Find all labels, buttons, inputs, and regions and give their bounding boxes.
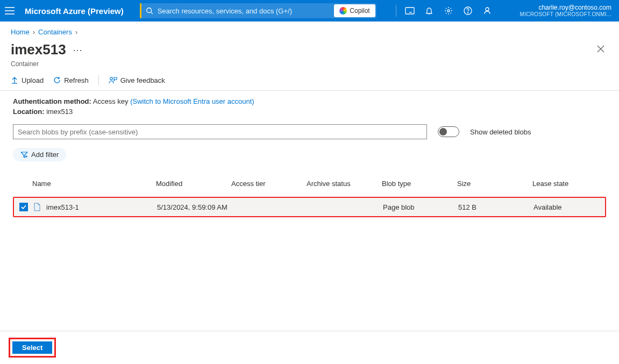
- col-modified[interactable]: Modified: [156, 180, 231, 188]
- svg-point-3: [146, 8, 151, 13]
- add-filter-label: Add filter: [31, 151, 59, 159]
- file-icon: [33, 203, 42, 211]
- col-archive-status[interactable]: Archive status: [307, 180, 382, 188]
- col-size[interactable]: Size: [457, 180, 532, 188]
- feedback-button[interactable]: Give feedback: [109, 76, 165, 84]
- copilot-label: Copilot: [350, 7, 369, 15]
- footer: Select: [0, 331, 619, 364]
- svg-point-10: [467, 13, 468, 13]
- svg-rect-5: [405, 8, 414, 14]
- global-search-input[interactable]: [153, 7, 333, 15]
- svg-point-16: [110, 77, 112, 80]
- blob-lease-state: Available: [533, 203, 609, 211]
- svg-point-8: [447, 10, 450, 12]
- upload-label: Upload: [22, 76, 44, 84]
- refresh-label: Refresh: [64, 76, 89, 84]
- help-icon[interactable]: [459, 0, 477, 22]
- col-name[interactable]: Name: [32, 180, 156, 188]
- table-header: Name Modified Access tier Archive status…: [13, 174, 606, 192]
- page-title: imex513: [11, 41, 66, 58]
- blob-type: Page blob: [383, 203, 458, 211]
- page-subtitle: Container: [0, 60, 619, 72]
- command-bar: Upload Refresh Give feedback: [0, 72, 619, 91]
- account-menu[interactable]: charlie.roy@contoso.com MICROSOFT (MICRO…: [520, 4, 614, 17]
- blob-prefix-search-input[interactable]: [13, 124, 427, 139]
- blobs-table: Name Modified Access tier Archive status…: [0, 167, 619, 217]
- copilot-icon: [339, 7, 347, 15]
- blob-name[interactable]: imex513-1: [46, 203, 79, 211]
- blob-modified: 5/13/2024, 9:59:09 AM: [157, 203, 232, 211]
- breadcrumb-home[interactable]: Home: [11, 28, 30, 36]
- topbar: Microsoft Azure (Preview) Copilot charli…: [0, 0, 619, 22]
- col-lease-state[interactable]: Lease state: [532, 180, 608, 188]
- global-search[interactable]: Copilot: [140, 3, 376, 18]
- notifications-icon[interactable]: [420, 0, 438, 22]
- blob-size: 512 B: [458, 203, 533, 211]
- feedback-icon[interactable]: [478, 0, 496, 22]
- upload-icon: [11, 76, 18, 84]
- show-deleted-toggle[interactable]: [438, 126, 459, 137]
- svg-point-11: [486, 8, 489, 11]
- toggle-knob: [439, 128, 447, 135]
- person-feedback-icon: [109, 76, 117, 84]
- auth-method-value: Access key: [93, 97, 129, 105]
- copilot-button[interactable]: Copilot: [334, 4, 375, 17]
- settings-icon[interactable]: [439, 0, 458, 22]
- chevron-right-icon: ›: [33, 28, 35, 36]
- brand[interactable]: Microsoft Azure (Preview): [25, 6, 124, 16]
- add-filter-button[interactable]: Add filter: [13, 148, 66, 161]
- page-header: imex513 ⋯: [0, 38, 619, 60]
- account-email: charlie.roy@contoso.com: [520, 4, 611, 11]
- table-row[interactable]: imex513-1 5/13/2024, 9:59:09 AM Page blo…: [13, 197, 606, 217]
- upload-button[interactable]: Upload: [11, 76, 44, 84]
- svg-line-4: [151, 12, 153, 15]
- filter-icon: [20, 152, 28, 158]
- col-blob-type[interactable]: Blob type: [382, 180, 457, 188]
- search-icon: [146, 7, 153, 15]
- topbar-divider: [396, 5, 396, 17]
- cloud-shell-icon[interactable]: [401, 0, 419, 22]
- info-block: Authentication method: Access key (Switc…: [0, 91, 619, 116]
- col-access-tier[interactable]: Access tier: [231, 180, 307, 188]
- switch-auth-link[interactable]: (Switch to Microsoft Entra user account): [130, 97, 254, 105]
- feedback-label: Give feedback: [120, 76, 165, 84]
- select-button[interactable]: Select: [12, 341, 52, 354]
- breadcrumb: Home › Containers ›: [0, 22, 619, 38]
- close-blade-button[interactable]: [593, 41, 608, 56]
- location-label: Location:: [13, 108, 45, 116]
- filter-row: Show deleted blobs: [0, 118, 619, 139]
- command-divider: [98, 75, 99, 85]
- row-checkbox[interactable]: [19, 203, 28, 211]
- breadcrumb-containers[interactable]: Containers: [38, 28, 72, 36]
- refresh-icon: [53, 76, 61, 84]
- auth-method-label: Authentication method:: [13, 97, 91, 105]
- more-icon[interactable]: ⋯: [73, 44, 82, 56]
- chevron-right-icon: ›: [75, 28, 77, 36]
- account-tenant: MICROSOFT (MICROSOFT.ONMI...: [520, 11, 611, 17]
- refresh-button[interactable]: Refresh: [53, 76, 89, 84]
- show-deleted-label: Show deleted blobs: [470, 128, 531, 136]
- topbar-icons: [393, 0, 496, 22]
- select-button-highlight: Select: [9, 338, 56, 358]
- hamburger-menu[interactable]: [0, 0, 19, 22]
- location-value: imex513: [46, 108, 73, 116]
